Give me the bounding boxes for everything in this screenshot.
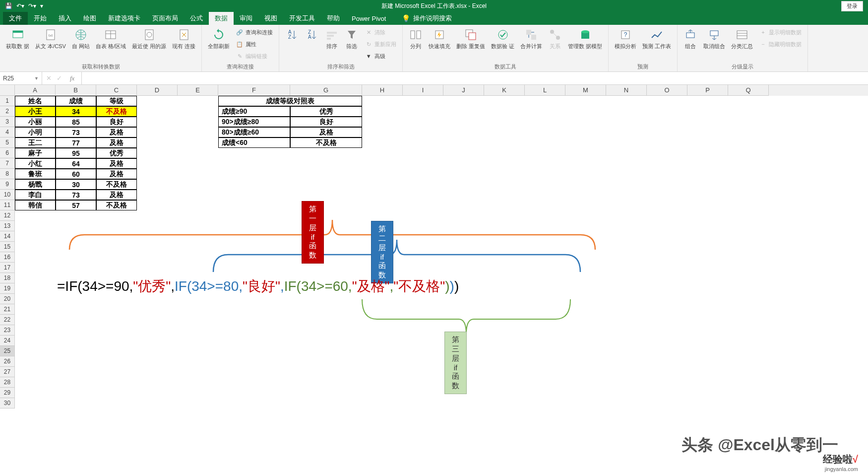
advanced-filter-button[interactable]: ▼高级 xyxy=(363,51,398,62)
cell[interactable]: 57 xyxy=(56,200,96,210)
cell[interactable]: 60 xyxy=(56,169,96,179)
consolidate-button[interactable]: 合并计算 xyxy=(518,27,544,51)
row-header-16[interactable]: 16 xyxy=(0,252,15,263)
cell[interactable]: 30 xyxy=(56,179,96,190)
col-header-I[interactable]: I xyxy=(403,85,443,96)
row-header-8[interactable]: 8 xyxy=(0,169,15,179)
cell[interactable]: 成绩等级对照表 xyxy=(218,96,362,106)
row-header-20[interactable]: 20 xyxy=(0,294,15,304)
col-header-H[interactable]: H xyxy=(362,85,403,96)
cell[interactable]: 小王 xyxy=(15,106,56,117)
row-header-28[interactable]: 28 xyxy=(0,377,15,388)
col-header-Q[interactable]: Q xyxy=(728,85,769,96)
sort-desc-button[interactable]: ZA xyxy=(303,27,321,44)
tab-help[interactable]: 帮助 xyxy=(321,12,346,25)
tab-view[interactable]: 视图 xyxy=(258,12,283,25)
col-header-E[interactable]: E xyxy=(178,85,218,96)
hide-detail-button[interactable]: −隐藏明细数据 xyxy=(757,39,804,50)
cell[interactable]: 及格 xyxy=(96,137,137,148)
queries-connections-button[interactable]: 🔗查询和连接 xyxy=(234,27,275,38)
chevron-down-icon[interactable]: ▼ xyxy=(34,76,39,81)
col-header-P[interactable]: P xyxy=(687,85,728,96)
select-all-corner[interactable] xyxy=(0,85,15,96)
cell[interactable]: 等级 xyxy=(96,96,137,106)
col-header-K[interactable]: K xyxy=(484,85,525,96)
tab-draw[interactable]: 绘图 xyxy=(77,12,102,25)
col-header-O[interactable]: O xyxy=(647,85,687,96)
get-data-button[interactable]: 获取数 据 xyxy=(4,27,31,51)
row-header-22[interactable]: 22 xyxy=(0,315,15,325)
show-detail-button[interactable]: +显示明细数据 xyxy=(757,27,804,38)
what-if-button[interactable]: ?模拟分析 xyxy=(613,27,638,51)
row-header-24[interactable]: 24 xyxy=(0,336,15,346)
cell[interactable]: 及格 xyxy=(96,169,137,179)
cell[interactable]: 麻子 xyxy=(15,148,56,158)
save-icon[interactable]: 💾 xyxy=(5,2,12,9)
col-header-L[interactable]: L xyxy=(525,85,565,96)
cell[interactable]: 34 xyxy=(56,106,96,117)
col-header-A[interactable]: A xyxy=(15,85,56,96)
col-header-D[interactable]: D xyxy=(137,85,178,96)
cell[interactable]: 良好 xyxy=(290,117,362,127)
cell[interactable]: 姓名 xyxy=(15,96,56,106)
cell[interactable]: 80>成绩≥60 xyxy=(218,127,290,137)
cell[interactable]: 85 xyxy=(56,117,96,127)
tell-me-search[interactable]: 💡 操作说明搜索 xyxy=(402,12,452,25)
col-header-C[interactable]: C xyxy=(96,85,137,96)
cell[interactable]: 李白 xyxy=(15,190,56,200)
cell[interactable]: 77 xyxy=(56,137,96,148)
cells[interactable]: 姓名成绩等级小王34不及格小丽85良好小明73及格王二77及格麻子95优秀小红6… xyxy=(15,96,868,476)
row-header-1[interactable]: 1 xyxy=(0,96,15,106)
group-button[interactable]: 组合 xyxy=(682,27,699,51)
name-box[interactable]: R25 ▼ xyxy=(0,72,42,84)
row-header-25[interactable]: 25 xyxy=(0,346,15,356)
cell[interactable]: 及格 xyxy=(96,158,137,169)
cell[interactable]: 不及格 xyxy=(96,200,137,210)
login-button[interactable]: 登录 xyxy=(841,1,863,11)
row-header-11[interactable]: 11 xyxy=(0,200,15,210)
cell[interactable]: 及格 xyxy=(96,127,137,137)
flash-fill-button[interactable]: 快速填充 xyxy=(427,27,452,51)
cell[interactable]: 不及格 xyxy=(96,179,137,190)
row-header-15[interactable]: 15 xyxy=(0,242,15,252)
sort-button[interactable]: 排序 xyxy=(323,27,341,51)
cell[interactable]: 成绩<60 xyxy=(218,137,290,148)
from-csv-button[interactable]: txt从文 本/CSV xyxy=(33,27,68,51)
properties-button[interactable]: 📋属性 xyxy=(234,39,275,50)
row-header-26[interactable]: 26 xyxy=(0,356,15,367)
cell[interactable]: 鲁班 xyxy=(15,169,56,179)
row-header-14[interactable]: 14 xyxy=(0,231,15,242)
cell[interactable]: 小丽 xyxy=(15,117,56,127)
undo-icon[interactable]: ↶▾ xyxy=(16,2,24,9)
tab-data[interactable]: 数据 xyxy=(209,12,234,25)
recent-sources-button[interactable]: 最近使 用的源 xyxy=(130,27,168,51)
redo-icon[interactable]: ↷▾ xyxy=(28,2,36,9)
cell[interactable]: 王二 xyxy=(15,137,56,148)
tab-formula[interactable]: 公式 xyxy=(184,12,209,25)
remove-duplicates-button[interactable]: 删除 重复值 xyxy=(454,27,487,51)
qat-more-icon[interactable]: ▾ xyxy=(40,2,43,9)
col-header-B[interactable]: B xyxy=(56,85,96,96)
tab-review[interactable]: 审阅 xyxy=(234,12,258,25)
from-web-button[interactable]: 自 网站 xyxy=(70,27,92,51)
row-header-19[interactable]: 19 xyxy=(0,283,15,294)
cell[interactable]: 杨戬 xyxy=(15,179,56,190)
subtotal-button[interactable]: 分类汇总 xyxy=(729,27,755,51)
row-header-17[interactable]: 17 xyxy=(0,263,15,273)
relationships-button[interactable]: 关系 xyxy=(546,27,564,51)
enter-icon[interactable]: ✓ xyxy=(57,74,62,82)
ungroup-button[interactable]: 取消组合 xyxy=(701,27,727,51)
row-header-4[interactable]: 4 xyxy=(0,127,15,137)
row-header-9[interactable]: 9 xyxy=(0,179,15,190)
row-header-7[interactable]: 7 xyxy=(0,158,15,169)
tab-insert[interactable]: 插入 xyxy=(53,12,77,25)
cell[interactable]: 优秀 xyxy=(96,148,137,158)
cell[interactable]: 及格 xyxy=(290,127,362,137)
col-header-M[interactable]: M xyxy=(565,85,606,96)
edit-links-button[interactable]: ✎编辑链接 xyxy=(234,51,275,62)
data-model-button[interactable]: 管理数 据模型 xyxy=(566,27,604,51)
row-header-5[interactable]: 5 xyxy=(0,137,15,148)
data-validation-button[interactable]: 数据验 证 xyxy=(489,27,516,51)
tab-pivot[interactable]: Power Pivot xyxy=(346,12,392,25)
tab-dev[interactable]: 开发工具 xyxy=(283,12,321,25)
